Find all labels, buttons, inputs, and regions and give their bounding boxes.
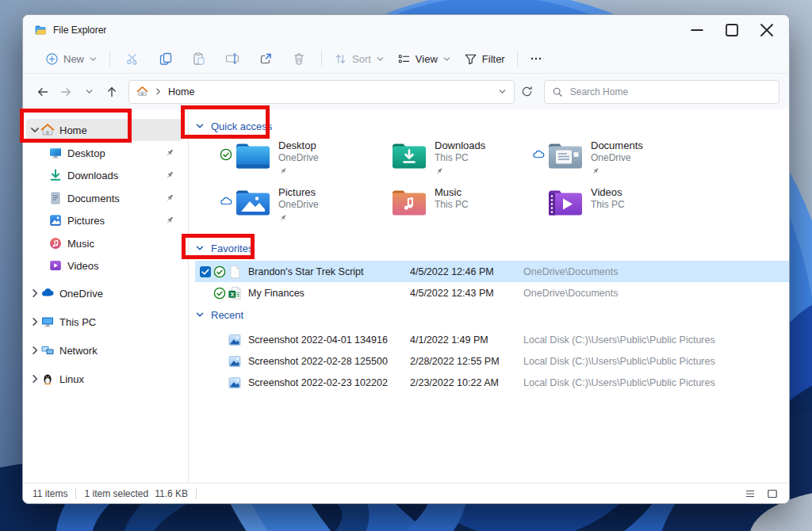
file-image-icon — [228, 354, 242, 369]
titlebar: File Explorer — [23, 15, 789, 44]
desktop: File Explorer New Sort — [0, 0, 812, 531]
sync-slot — [213, 355, 226, 368]
view-icon — [397, 52, 411, 66]
checkbox-checked-icon — [199, 266, 212, 278]
status-bar: 11 items 1 item selected 11.6 KB — [23, 483, 789, 503]
view-button[interactable]: View — [391, 47, 458, 71]
favorites-header[interactable]: Favorites — [195, 240, 253, 256]
tile-videos[interactable]: VideosThis PC — [530, 185, 686, 232]
up-button[interactable] — [102, 82, 122, 102]
section-label: Recent — [211, 309, 243, 321]
music-mini-icon — [48, 236, 63, 250]
address-dropdown-icon[interactable] — [498, 87, 507, 96]
tile-text: DocumentsOneDrive — [591, 139, 643, 176]
sync-cloud-icon — [217, 195, 235, 208]
sidebar-item-label: This PC — [59, 316, 182, 328]
sidebar-item-onedrive[interactable]: OneDrive — [26, 282, 182, 304]
list-item-brandon-s-star-trek-script[interactable]: Brandon's Star Trek Script4/5/2022 12:46… — [195, 261, 789, 282]
window-controls — [689, 22, 781, 38]
back-button[interactable] — [33, 82, 53, 102]
chevron-down-icon — [89, 55, 98, 63]
refresh-button[interactable] — [517, 82, 538, 102]
copy-icon — [159, 52, 173, 66]
sidebar-item-documents[interactable]: Documents — [26, 187, 182, 209]
thispc-icon — [40, 315, 55, 329]
copy-button[interactable] — [149, 47, 182, 71]
tile-music[interactable]: MusicThis PC — [373, 185, 530, 232]
chevron-down-icon — [195, 310, 205, 319]
videos-mini-icon — [48, 258, 63, 273]
cut-button[interactable] — [116, 47, 149, 71]
network-icon — [40, 343, 55, 357]
more-options-button[interactable] — [523, 47, 549, 71]
status-separator — [196, 488, 197, 499]
sync-slot — [373, 195, 391, 208]
chevron-down-icon — [85, 87, 94, 96]
share-button[interactable] — [249, 47, 282, 71]
new-button[interactable]: New — [39, 47, 104, 71]
sidebar-item-videos[interactable]: Videos — [26, 254, 182, 277]
content-pane: Quick access DesktopOneDriveDownloadsThi… — [189, 109, 789, 483]
tile-documents[interactable]: DocumentsOneDrive — [530, 139, 686, 185]
recent-header[interactable]: Recent — [195, 307, 243, 323]
sidebar-item-label: Desktop — [67, 147, 164, 159]
sidebar-item-this-pc[interactable]: This PC — [26, 311, 182, 333]
filter-label: Filter — [482, 53, 505, 65]
checkbox-slot — [199, 355, 212, 368]
toolbar-separator — [109, 51, 110, 67]
tile-pictures[interactable]: PicturesOneDrive — [217, 185, 373, 232]
recent-locations-button[interactable] — [79, 82, 99, 102]
tile-name: Videos — [591, 186, 625, 199]
sidebar-item-desktop[interactable]: Desktop — [26, 142, 182, 164]
rename-button[interactable] — [216, 47, 249, 71]
quick-access-header[interactable]: Quick access — [195, 118, 272, 134]
sidebar-item-music[interactable]: Music — [26, 232, 182, 254]
items-count: 11 items — [33, 488, 67, 499]
folder-desktop-icon — [235, 140, 271, 170]
filter-button[interactable]: Filter — [458, 47, 511, 71]
sidebar-item-downloads[interactable]: Downloads — [26, 164, 182, 186]
folder-pictures-icon — [235, 187, 271, 217]
folder-music-icon — [391, 187, 427, 217]
sidebar-item-pictures[interactable]: Pictures — [26, 209, 182, 231]
list-item-screenshot-2022-04-01-134916[interactable]: Screenshot 2022-04-01 1349164/1/2022 1:4… — [195, 329, 789, 350]
address-bar[interactable]: Home — [128, 80, 515, 104]
forward-button[interactable] — [56, 82, 76, 102]
large-thumbnails-view-button[interactable] — [765, 487, 779, 501]
details-view-button[interactable] — [743, 487, 757, 501]
file-location: Local Disk (C:)\Users\Public\Public Pict… — [523, 356, 789, 367]
chevron-down-icon — [376, 55, 385, 63]
address-row: Home — [23, 74, 789, 109]
sort-button[interactable]: Sort — [327, 47, 391, 71]
pin-icon — [591, 166, 600, 176]
sync-check-icon — [213, 266, 226, 278]
sidebar-item-network[interactable]: Network — [26, 339, 182, 361]
delete-button[interactable] — [282, 47, 316, 71]
tile-downloads[interactable]: DownloadsThis PC — [373, 139, 530, 185]
chevron-right-icon — [29, 345, 40, 356]
tile-text: VideosThis PC — [591, 185, 625, 211]
sidebar-item-home[interactable]: Home — [26, 119, 182, 141]
chevron-right-icon — [29, 288, 40, 299]
sidebar-item-label: Documents — [67, 193, 164, 204]
file-location: Local Disk (C:)\Users\Public\Public Pict… — [523, 334, 789, 346]
maximize-button[interactable] — [724, 22, 740, 38]
checkbox-slot — [199, 334, 212, 346]
minimize-button[interactable] — [689, 22, 705, 38]
tile-location: OneDrive — [591, 152, 643, 164]
close-button[interactable] — [759, 22, 775, 38]
tile-name: Documents — [591, 139, 643, 152]
breadcrumb[interactable]: Home — [168, 86, 194, 97]
window-title: File Explorer — [53, 25, 106, 36]
sync-check-icon — [213, 287, 226, 300]
pin-icon — [164, 193, 175, 204]
date-modified: 2/28/2022 12:55 PM — [410, 356, 523, 367]
list-item-screenshot-2022-02-23-102202[interactable]: Screenshot 2022-02-23 1022022/23/2022 10… — [195, 372, 789, 393]
paste-button[interactable] — [182, 47, 216, 71]
tile-desktop[interactable]: DesktopOneDrive — [217, 139, 373, 185]
sidebar-item-linux[interactable]: Linux — [26, 368, 182, 390]
search-input[interactable] — [569, 86, 772, 98]
list-item-my-finances[interactable]: XMy Finances4/5/2022 12:43 PMOneDrive\Do… — [195, 282, 789, 304]
date-modified: 4/5/2022 12:43 PM — [410, 288, 523, 299]
list-item-screenshot-2022-02-28-125500[interactable]: Screenshot 2022-02-28 1255002/28/2022 12… — [195, 350, 789, 372]
